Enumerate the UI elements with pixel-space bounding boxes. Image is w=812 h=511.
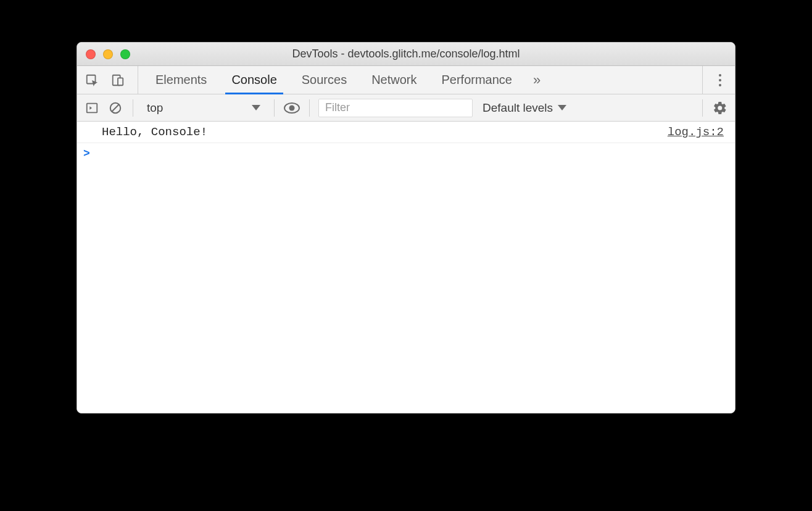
zoom-window-button[interactable]	[120, 49, 130, 59]
show-console-sidebar-icon[interactable]	[83, 99, 101, 117]
tab-elements[interactable]: Elements	[143, 66, 219, 94]
console-log-row: Hello, Console! log.js:2	[77, 122, 735, 143]
devtools-tabs-row: Elements Console Sources Network Perform…	[77, 66, 735, 94]
svg-rect-2	[118, 78, 123, 85]
separator	[133, 99, 133, 117]
svg-line-5	[112, 104, 119, 111]
log-source-link[interactable]: log.js:2	[668, 125, 724, 139]
console-toolbar: top Default levels	[77, 94, 735, 122]
titlebar: DevTools - devtools.glitch.me/console/lo…	[77, 43, 735, 66]
live-expression-icon[interactable]	[283, 99, 300, 117]
tab-performance[interactable]: Performance	[429, 66, 525, 94]
dot-icon	[719, 74, 721, 77]
separator	[309, 99, 310, 117]
tab-sources[interactable]: Sources	[289, 66, 359, 94]
separator	[702, 99, 703, 117]
levels-label: Default levels	[483, 101, 553, 115]
tab-label: Performance	[442, 73, 513, 87]
chevron-down-icon	[252, 105, 260, 110]
tabs-right	[702, 66, 729, 94]
inspect-element-icon[interactable]	[83, 72, 101, 89]
console-settings-button[interactable]	[711, 99, 729, 117]
console-prompt-row[interactable]: >	[77, 143, 735, 164]
execution-context-select[interactable]: top	[142, 101, 265, 115]
close-window-button[interactable]	[86, 49, 96, 59]
log-levels-select[interactable]: Default levels	[479, 101, 570, 115]
tab-label: Console	[231, 73, 276, 87]
tab-label: Elements	[155, 73, 207, 87]
tab-console[interactable]: Console	[219, 66, 289, 94]
chevron-double-right-icon: »	[533, 72, 541, 88]
minimize-window-button[interactable]	[103, 49, 113, 59]
tabs-overflow-button[interactable]: »	[524, 66, 549, 94]
dot-icon	[719, 79, 721, 81]
devtools-tabs: Elements Console Sources Network Perform…	[143, 66, 524, 94]
chevron-down-icon	[558, 105, 566, 110]
log-message: Hello, Console!	[102, 125, 207, 139]
dot-icon	[719, 84, 721, 86]
context-label: top	[147, 101, 163, 115]
console-body: Hello, Console! log.js:2 >	[77, 122, 735, 413]
separator	[274, 99, 275, 117]
tab-network[interactable]: Network	[359, 66, 429, 94]
tab-label: Network	[371, 73, 416, 87]
more-options-button[interactable]	[711, 72, 729, 89]
window-title: DevTools - devtools.glitch.me/console/lo…	[77, 48, 735, 60]
svg-point-7	[289, 105, 295, 110]
filter-input[interactable]	[318, 99, 473, 117]
clear-console-icon[interactable]	[107, 99, 124, 117]
device-toolbar-icon[interactable]	[109, 72, 126, 89]
traffic-lights	[77, 49, 130, 59]
prompt-caret-icon: >	[83, 147, 90, 160]
tab-label: Sources	[302, 73, 347, 87]
devtools-window: DevTools - devtools.glitch.me/console/lo…	[77, 42, 735, 413]
gear-icon	[713, 101, 727, 115]
tabs-left-tools	[83, 66, 138, 94]
